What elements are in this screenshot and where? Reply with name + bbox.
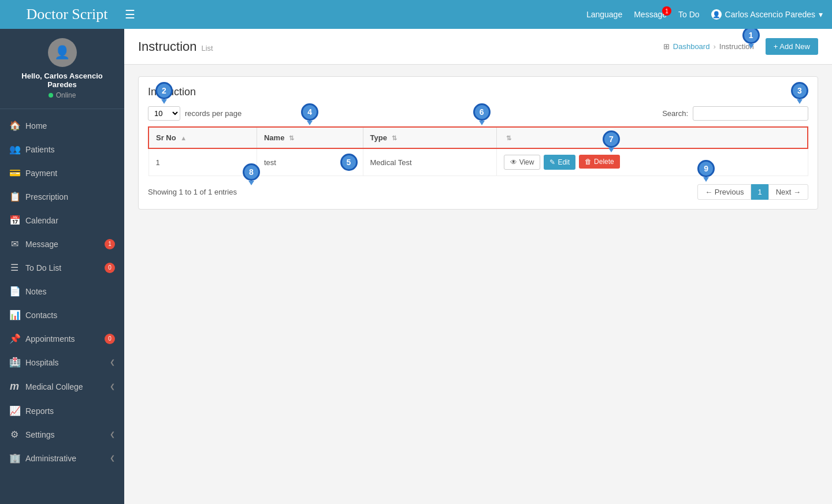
eye-icon: 👁 [510,158,517,166]
view-button[interactable]: 👁 View [504,155,541,170]
sidebar-item-hospitals[interactable]: 🏥Hospitals ❮ [0,350,124,374]
user-icon: 👤 [711,9,722,20]
sidebar-item-prescription[interactable]: 📋Prescription [0,185,124,208]
edit-label: Edit [558,158,570,166]
notes-icon: 📄 [9,286,20,297]
hamburger-icon[interactable]: ☰ [125,8,135,21]
reports-icon: 📈 [9,405,20,416]
search-label: Search: [662,109,688,118]
todo-icon: ☰ [9,262,20,273]
sidebar-item-payment[interactable]: 💳Payment [0,161,124,185]
annotation-5: 5 [340,154,358,171]
sidebar-label-home: Home [25,121,47,130]
sidebar-item-settings[interactable]: ⚙Settings ❮ [0,423,124,446]
col-sr-no-label: Sr No [156,133,176,142]
sidebar-item-medical-college[interactable]: mMedical College ❮ [0,374,124,399]
message-badge-count: 1 [662,6,671,16]
administrative-icon: 🏢 [9,453,20,464]
breadcrumb-home[interactable]: Dashboard [673,42,710,51]
sort-icon-type: ⇅ [392,135,397,141]
col-type[interactable]: 6 Type ⇅ [363,127,496,148]
content-box: Instruction 2 10 25 [138,76,818,210]
sidebar-label-administrative: Administrative [25,454,76,463]
records-select-wrap: 2 10 25 50 100 records per page [148,106,242,121]
payment-icon: 💳 [9,167,20,178]
medical-college-arrow-icon: ❮ [110,383,115,390]
delete-button[interactable]: 🗑 Delete [579,155,620,169]
patients-icon: 👥 [9,144,20,155]
col-name[interactable]: 4 Name ⇅ [257,127,363,148]
app-brand: Doctor Script [9,6,125,23]
status-label: Online [56,91,76,99]
language-link[interactable]: Language [586,10,622,19]
breadcrumb-separator: › [713,42,715,51]
sidebar-item-todo[interactable]: ☰To Do List 0 [0,256,124,279]
settings-arrow-icon: ❮ [110,431,115,438]
sidebar-label-notes: Notes [25,287,47,296]
sidebar-label-hospitals: Hospitals [25,358,59,367]
sidebar-label-appointments: Appointments [25,334,75,344]
sidebar-item-calendar[interactable]: 📅Calendar [0,208,124,232]
sidebar-item-administrative[interactable]: 🏢Administrative ❮ [0,446,124,470]
content-area: Instruction 2 10 25 [124,65,832,221]
edit-button[interactable]: ✎ Edit [544,155,575,170]
hospitals-arrow-icon: ❮ [110,359,115,366]
col-sr-no[interactable]: Sr No ▲ [148,127,257,148]
appointments-icon: 📌 [9,333,20,344]
action-buttons: 👁 View ✎ Edit [504,155,801,170]
sort-icon-sr-no: ▲ [180,135,187,141]
medical-college-icon: m [9,380,20,393]
col-name-label: Name [264,133,284,142]
table-header-row: Sr No ▲ 4 Name ⇅ [148,127,808,148]
annotation-1: 1 [742,29,760,48]
sidebar-item-home[interactable]: 🏠Home [0,114,124,137]
topbar-right: Language Message 1 To Do 👤 Carlos Ascenc… [586,9,823,20]
sidebar-item-message[interactable]: ✉Message 1 [0,232,124,256]
page-header-right: ⊞ Dashboard › Instruction 1 + Add New [663,38,818,55]
annotation-8: 8 [243,163,260,185]
main-content: Instruction List ⊞ Dashboard › Instructi… [124,29,832,504]
records-per-page-label: records per page [185,109,242,118]
annotation-6: 6 [473,103,491,125]
sidebar-item-patients[interactable]: 👥Patients [0,137,124,161]
contacts-icon: 📊 [9,309,20,320]
records-per-page-select[interactable]: 10 25 50 100 [148,106,180,121]
sidebar-item-contacts[interactable]: 📊Contacts [0,303,124,327]
message-icon: ✉ [9,238,20,249]
todo-link[interactable]: To Do [678,10,700,19]
next-button[interactable]: Next → [768,184,808,200]
sidebar-label-message: Message [25,240,58,249]
breadcrumb: ⊞ Dashboard › Instruction [663,42,754,51]
sidebar-item-notes[interactable]: 📄Notes [0,279,124,303]
sidebar-item-reports[interactable]: 📈Reports [0,399,124,423]
add-new-button[interactable]: + Add New [766,38,818,55]
annotation-2: 2 [155,82,173,104]
administrative-arrow-icon: ❮ [110,454,115,462]
message-badge-wrap: Message 1 [634,10,667,19]
page-1-button[interactable]: 1 [751,184,768,200]
col-type-label: Type [370,133,387,142]
col-actions: ⇅ [496,127,808,148]
annotation-9-wrap: 9 ← Previous 1 Next → [697,184,808,200]
previous-button[interactable]: ← Previous [697,184,751,200]
annotation-2-wrap: 2 10 25 50 100 [148,106,180,121]
sidebar-item-appointments[interactable]: 📌Appointments 0 [0,327,124,350]
annotation-7-wrap: 7 🗑 Delete [579,155,620,170]
search-input[interactable] [693,106,808,121]
delete-label: Delete [594,158,614,166]
sidebar-label-medical-college: Medical College [25,382,83,391]
page-subtitle: List [202,44,213,53]
cell-type: 5 Medical Test [363,148,496,176]
sidebar-profile: 👤 Hello, Carlos Ascencio Paredes Online [0,29,124,109]
search-wrap: Search: 3 [662,106,808,121]
topbar: Doctor Script ☰ Language Message 1 To Do… [0,0,832,29]
user-menu[interactable]: 👤 Carlos Ascencio Paredes ▾ [711,9,823,20]
page-header: Instruction List ⊞ Dashboard › Instructi… [124,29,832,65]
edit-icon: ✎ [549,158,555,166]
sidebar-label-prescription: Prescription [25,192,68,201]
prescription-icon: 📋 [9,191,20,202]
pagination-controls: ← Previous 1 Next → [697,184,808,200]
breadcrumb-icon: ⊞ [663,42,670,51]
page-header-left: Instruction List [138,39,213,54]
sidebar-label-contacts: Contacts [25,311,57,320]
